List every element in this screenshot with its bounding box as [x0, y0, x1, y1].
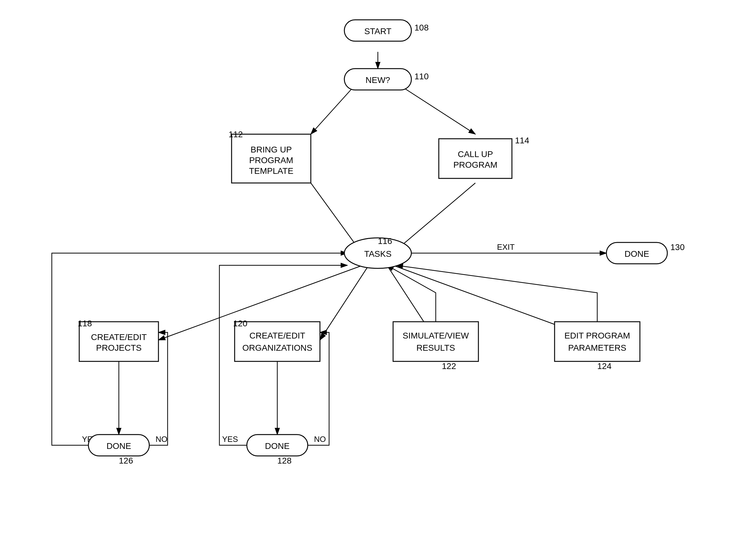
projects-ref: 118 [78, 319, 92, 328]
done-exit-ref: 130 [670, 243, 685, 252]
done-126-label: DONE [107, 441, 131, 451]
orgs-ref: 120 [233, 319, 247, 328]
bringup-label3: TEMPLATE [249, 166, 293, 176]
orgs-node [235, 322, 320, 361]
projects-label1: CREATE/EDIT [91, 332, 146, 342]
done-exit-label: DONE [625, 249, 649, 259]
orgs-label1: CREATE/EDIT [249, 331, 305, 340]
flowchart: EXIT YES NO YES NO START 108 NEW? 110 BR… [0, 0, 756, 541]
edge-callup-tasks [396, 183, 475, 250]
callup-label1: CALL UP [458, 150, 493, 159]
editparams-label2: PARAMETERS [568, 343, 627, 352]
orgs-label2: ORGANIZATIONS [242, 343, 312, 352]
yes-128-label: YES [222, 435, 238, 444]
done-128-label: DONE [265, 441, 290, 451]
editparams-label1: EDIT PROGRAM [564, 331, 630, 340]
bringup-label2: PROGRAM [249, 156, 293, 165]
editparams-node [555, 322, 640, 361]
exit-label: EXIT [497, 243, 515, 252]
start-label: START [364, 27, 391, 36]
simulate-node [393, 322, 478, 361]
tasks-ref: 116 [378, 236, 392, 246]
new-ref: 110 [414, 72, 429, 81]
done-126-ref: 126 [119, 456, 133, 465]
no-128-label: NO [314, 435, 326, 444]
start-ref: 108 [414, 23, 429, 32]
callup-ref: 114 [515, 136, 529, 145]
no-126-label: NO [156, 435, 167, 444]
edge-new-bringup [311, 87, 354, 134]
editparams-ref: 124 [597, 361, 612, 371]
simulate-ref: 122 [442, 361, 456, 371]
done-128-ref: 128 [277, 456, 292, 465]
edge-bringup-tasks [311, 183, 360, 250]
simulate-label1: SIMULATE/VIEW [402, 331, 469, 340]
edge-simulate-tasks [387, 265, 436, 322]
bringup-ref: 112 [229, 130, 243, 139]
edge-editparams-tasks [396, 265, 597, 322]
edge-tasks-orgs [320, 265, 369, 340]
edge-new-callup [402, 87, 475, 134]
tasks-label: TASKS [364, 249, 391, 259]
bringup-label1: BRING UP [250, 145, 292, 154]
callup-label2: PROGRAM [453, 160, 498, 170]
projects-label2: PROJECTS [96, 343, 141, 352]
simulate-label2: RESULTS [416, 343, 455, 352]
new-label: NEW? [366, 75, 390, 85]
